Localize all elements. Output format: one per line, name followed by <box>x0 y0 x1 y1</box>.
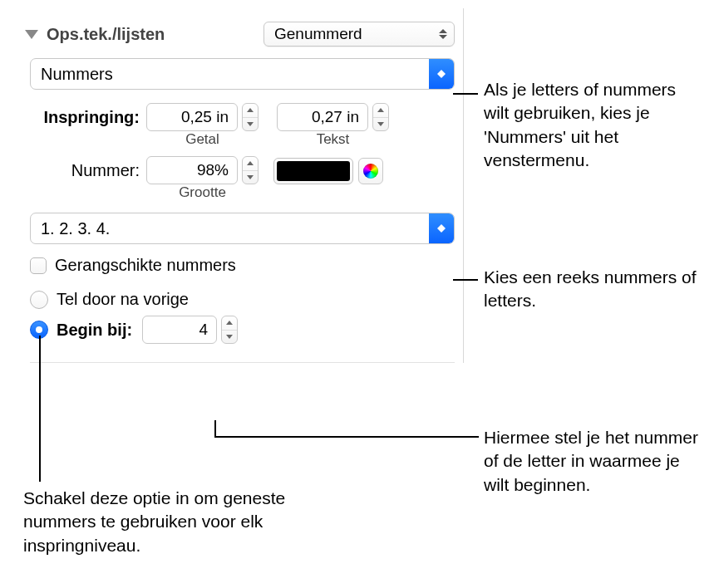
indent-number-input[interactable]: 0,25 in <box>146 103 238 131</box>
sequence-popup[interactable]: 1. 2. 3. 4. <box>30 213 455 244</box>
indent-text-input[interactable]: 0,27 in <box>277 103 368 131</box>
indent-label: Inspringing: <box>30 108 146 127</box>
sequence-popup-label: 1. 2. 3. 4. <box>41 219 110 238</box>
callout-start-at: Hiermee stel je het nummer of de letter … <box>484 426 704 497</box>
list-style-value: Genummerd <box>274 25 362 43</box>
callout-sequence: Kies een reeks nummers of letters. <box>484 266 704 313</box>
callout-leader <box>214 420 216 437</box>
indent-number-caption: Getal <box>185 131 219 148</box>
continue-from-previous-label: Tel door na vorige <box>57 290 189 309</box>
bullets-lists-panel: Ops.tek./lijsten Genummerd Nummers Inspr… <box>23 8 464 363</box>
number-size-input[interactable]: 98% <box>146 156 238 184</box>
callout-leader <box>453 279 478 281</box>
start-at-label: Begin bij: <box>57 321 132 340</box>
numbers-popup[interactable]: Nummers <box>30 58 455 90</box>
number-size-stepper[interactable] <box>242 156 259 184</box>
color-picker-button[interactable] <box>358 158 383 184</box>
callout-tiered: Schakel deze optie in om geneste nummers… <box>23 487 314 557</box>
updown-arrows-icon <box>437 224 446 233</box>
callout-leader <box>214 436 479 438</box>
divider <box>30 362 455 363</box>
start-at-input[interactable]: 4 <box>142 316 217 344</box>
start-at-stepper[interactable] <box>221 316 238 344</box>
number-size-label: Nummer: <box>30 161 146 180</box>
number-color-well[interactable] <box>273 158 353 184</box>
section-title: Ops.tek./lijsten <box>47 25 165 44</box>
tiered-numbers-label: Gerangschikte nummers <box>55 256 236 275</box>
list-style-popup[interactable]: Genummerd <box>263 22 455 47</box>
callout-numbers-popup: Als je letters of nummers wilt gebruiken… <box>484 78 700 172</box>
continue-from-previous-radio[interactable] <box>30 291 48 309</box>
callout-leader <box>453 93 478 95</box>
color-swatch <box>277 161 350 181</box>
numbers-popup-label: Nummers <box>41 65 113 84</box>
callout-leader <box>39 336 41 482</box>
number-size-caption: Grootte <box>179 184 226 201</box>
disclosure-triangle-icon[interactable] <box>25 30 38 39</box>
updown-arrows-icon <box>437 70 446 78</box>
indent-text-stepper[interactable] <box>372 103 389 131</box>
color-wheel-icon <box>363 164 378 179</box>
indent-number-stepper[interactable] <box>242 103 259 131</box>
tiered-numbers-checkbox[interactable] <box>30 257 47 274</box>
updown-arrows-icon <box>439 29 447 39</box>
indent-text-caption: Tekst <box>317 131 350 148</box>
